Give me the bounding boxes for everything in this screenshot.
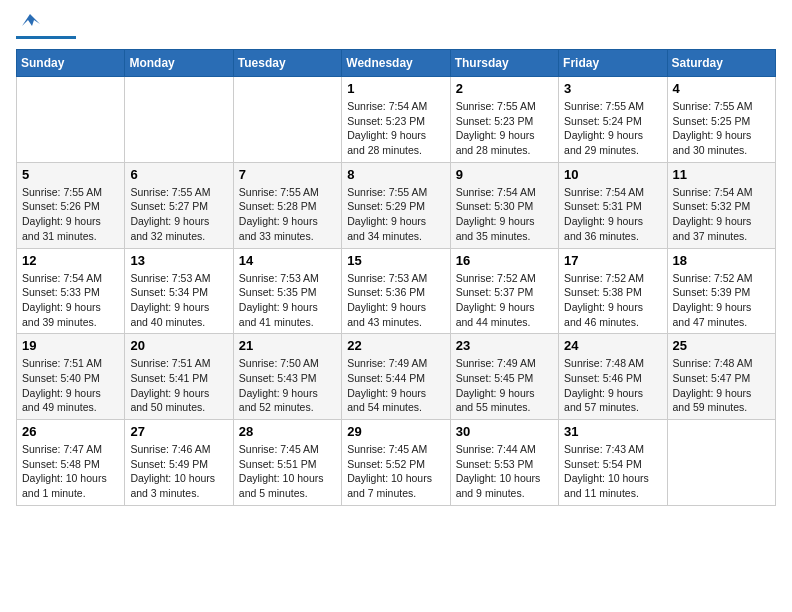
day-number: 11 [673, 167, 770, 182]
day-cell-3: 3Sunrise: 7:55 AM Sunset: 5:24 PM Daylig… [559, 77, 667, 163]
day-number: 24 [564, 338, 661, 353]
day-info: Sunrise: 7:44 AM Sunset: 5:53 PM Dayligh… [456, 442, 553, 501]
day-info: Sunrise: 7:54 AM Sunset: 5:23 PM Dayligh… [347, 99, 444, 158]
day-number: 3 [564, 81, 661, 96]
day-info: Sunrise: 7:54 AM Sunset: 5:33 PM Dayligh… [22, 271, 119, 330]
week-row-2: 5Sunrise: 7:55 AM Sunset: 5:26 PM Daylig… [17, 162, 776, 248]
day-cell-14: 14Sunrise: 7:53 AM Sunset: 5:35 PM Dayli… [233, 248, 341, 334]
day-info: Sunrise: 7:48 AM Sunset: 5:46 PM Dayligh… [564, 356, 661, 415]
day-info: Sunrise: 7:45 AM Sunset: 5:51 PM Dayligh… [239, 442, 336, 501]
day-info: Sunrise: 7:46 AM Sunset: 5:49 PM Dayligh… [130, 442, 227, 501]
day-number: 20 [130, 338, 227, 353]
day-cell-29: 29Sunrise: 7:45 AM Sunset: 5:52 PM Dayli… [342, 420, 450, 506]
day-cell-15: 15Sunrise: 7:53 AM Sunset: 5:36 PM Dayli… [342, 248, 450, 334]
day-cell-26: 26Sunrise: 7:47 AM Sunset: 5:48 PM Dayli… [17, 420, 125, 506]
day-info: Sunrise: 7:54 AM Sunset: 5:32 PM Dayligh… [673, 185, 770, 244]
day-info: Sunrise: 7:55 AM Sunset: 5:23 PM Dayligh… [456, 99, 553, 158]
day-cell-8: 8Sunrise: 7:55 AM Sunset: 5:29 PM Daylig… [342, 162, 450, 248]
header [16, 16, 776, 39]
empty-cell [17, 77, 125, 163]
day-info: Sunrise: 7:48 AM Sunset: 5:47 PM Dayligh… [673, 356, 770, 415]
day-number: 22 [347, 338, 444, 353]
day-info: Sunrise: 7:55 AM Sunset: 5:25 PM Dayligh… [673, 99, 770, 158]
calendar-table: SundayMondayTuesdayWednesdayThursdayFrid… [16, 49, 776, 506]
day-info: Sunrise: 7:52 AM Sunset: 5:37 PM Dayligh… [456, 271, 553, 330]
weekday-header-saturday: Saturday [667, 50, 775, 77]
day-info: Sunrise: 7:54 AM Sunset: 5:31 PM Dayligh… [564, 185, 661, 244]
day-cell-24: 24Sunrise: 7:48 AM Sunset: 5:46 PM Dayli… [559, 334, 667, 420]
day-number: 30 [456, 424, 553, 439]
day-cell-31: 31Sunrise: 7:43 AM Sunset: 5:54 PM Dayli… [559, 420, 667, 506]
day-number: 13 [130, 253, 227, 268]
day-number: 4 [673, 81, 770, 96]
day-cell-30: 30Sunrise: 7:44 AM Sunset: 5:53 PM Dayli… [450, 420, 558, 506]
weekday-header-thursday: Thursday [450, 50, 558, 77]
day-number: 8 [347, 167, 444, 182]
day-number: 17 [564, 253, 661, 268]
day-number: 23 [456, 338, 553, 353]
day-info: Sunrise: 7:52 AM Sunset: 5:39 PM Dayligh… [673, 271, 770, 330]
day-number: 7 [239, 167, 336, 182]
day-number: 5 [22, 167, 119, 182]
day-info: Sunrise: 7:51 AM Sunset: 5:41 PM Dayligh… [130, 356, 227, 415]
day-number: 28 [239, 424, 336, 439]
day-number: 12 [22, 253, 119, 268]
day-cell-4: 4Sunrise: 7:55 AM Sunset: 5:25 PM Daylig… [667, 77, 775, 163]
day-number: 10 [564, 167, 661, 182]
week-row-1: 1Sunrise: 7:54 AM Sunset: 5:23 PM Daylig… [17, 77, 776, 163]
day-cell-19: 19Sunrise: 7:51 AM Sunset: 5:40 PM Dayli… [17, 334, 125, 420]
day-number: 31 [564, 424, 661, 439]
weekday-header-friday: Friday [559, 50, 667, 77]
day-cell-25: 25Sunrise: 7:48 AM Sunset: 5:47 PM Dayli… [667, 334, 775, 420]
weekday-header-monday: Monday [125, 50, 233, 77]
logo [16, 16, 76, 39]
day-info: Sunrise: 7:53 AM Sunset: 5:36 PM Dayligh… [347, 271, 444, 330]
day-cell-12: 12Sunrise: 7:54 AM Sunset: 5:33 PM Dayli… [17, 248, 125, 334]
day-cell-21: 21Sunrise: 7:50 AM Sunset: 5:43 PM Dayli… [233, 334, 341, 420]
day-number: 19 [22, 338, 119, 353]
logo-underline [16, 36, 76, 39]
day-cell-17: 17Sunrise: 7:52 AM Sunset: 5:38 PM Dayli… [559, 248, 667, 334]
day-number: 1 [347, 81, 444, 96]
empty-cell [667, 420, 775, 506]
day-info: Sunrise: 7:49 AM Sunset: 5:45 PM Dayligh… [456, 356, 553, 415]
day-cell-13: 13Sunrise: 7:53 AM Sunset: 5:34 PM Dayli… [125, 248, 233, 334]
weekday-header-row: SundayMondayTuesdayWednesdayThursdayFrid… [17, 50, 776, 77]
day-number: 26 [22, 424, 119, 439]
day-cell-1: 1Sunrise: 7:54 AM Sunset: 5:23 PM Daylig… [342, 77, 450, 163]
day-number: 18 [673, 253, 770, 268]
day-number: 2 [456, 81, 553, 96]
day-cell-23: 23Sunrise: 7:49 AM Sunset: 5:45 PM Dayli… [450, 334, 558, 420]
empty-cell [233, 77, 341, 163]
day-cell-20: 20Sunrise: 7:51 AM Sunset: 5:41 PM Dayli… [125, 334, 233, 420]
day-info: Sunrise: 7:53 AM Sunset: 5:35 PM Dayligh… [239, 271, 336, 330]
day-info: Sunrise: 7:45 AM Sunset: 5:52 PM Dayligh… [347, 442, 444, 501]
day-cell-27: 27Sunrise: 7:46 AM Sunset: 5:49 PM Dayli… [125, 420, 233, 506]
weekday-header-wednesday: Wednesday [342, 50, 450, 77]
day-cell-22: 22Sunrise: 7:49 AM Sunset: 5:44 PM Dayli… [342, 334, 450, 420]
day-number: 16 [456, 253, 553, 268]
day-cell-16: 16Sunrise: 7:52 AM Sunset: 5:37 PM Dayli… [450, 248, 558, 334]
day-info: Sunrise: 7:47 AM Sunset: 5:48 PM Dayligh… [22, 442, 119, 501]
day-cell-6: 6Sunrise: 7:55 AM Sunset: 5:27 PM Daylig… [125, 162, 233, 248]
day-info: Sunrise: 7:52 AM Sunset: 5:38 PM Dayligh… [564, 271, 661, 330]
svg-marker-0 [22, 14, 40, 26]
day-cell-11: 11Sunrise: 7:54 AM Sunset: 5:32 PM Dayli… [667, 162, 775, 248]
day-info: Sunrise: 7:50 AM Sunset: 5:43 PM Dayligh… [239, 356, 336, 415]
week-row-3: 12Sunrise: 7:54 AM Sunset: 5:33 PM Dayli… [17, 248, 776, 334]
day-info: Sunrise: 7:55 AM Sunset: 5:29 PM Dayligh… [347, 185, 444, 244]
day-number: 14 [239, 253, 336, 268]
day-number: 6 [130, 167, 227, 182]
day-cell-7: 7Sunrise: 7:55 AM Sunset: 5:28 PM Daylig… [233, 162, 341, 248]
day-number: 9 [456, 167, 553, 182]
week-row-5: 26Sunrise: 7:47 AM Sunset: 5:48 PM Dayli… [17, 420, 776, 506]
day-cell-2: 2Sunrise: 7:55 AM Sunset: 5:23 PM Daylig… [450, 77, 558, 163]
empty-cell [125, 77, 233, 163]
weekday-header-sunday: Sunday [17, 50, 125, 77]
day-info: Sunrise: 7:55 AM Sunset: 5:27 PM Dayligh… [130, 185, 227, 244]
day-number: 21 [239, 338, 336, 353]
day-cell-5: 5Sunrise: 7:55 AM Sunset: 5:26 PM Daylig… [17, 162, 125, 248]
day-info: Sunrise: 7:54 AM Sunset: 5:30 PM Dayligh… [456, 185, 553, 244]
day-info: Sunrise: 7:53 AM Sunset: 5:34 PM Dayligh… [130, 271, 227, 330]
day-info: Sunrise: 7:49 AM Sunset: 5:44 PM Dayligh… [347, 356, 444, 415]
